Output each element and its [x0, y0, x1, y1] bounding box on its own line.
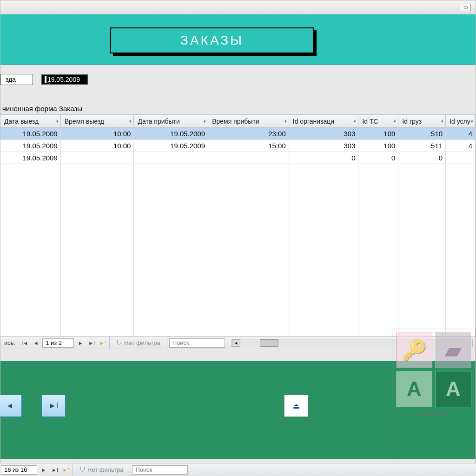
- minimize-button[interactable]: ▭: [460, 4, 471, 11]
- subform-search-input[interactable]: [169, 338, 225, 348]
- table-cell[interactable]: 19.05.2009: [0, 128, 61, 139]
- table-cell[interactable]: 0: [358, 152, 398, 164]
- table-cell[interactable]: 0: [398, 152, 446, 164]
- form-window: ▭ ЗАКАЗЫ зда 19.05.2009 чиненная форма З…: [0, 0, 476, 476]
- exit-button[interactable]: ⏏: [284, 395, 308, 417]
- new-record-button[interactable]: ►*: [98, 338, 107, 348]
- titlebar: ▭: [0, 0, 476, 14]
- last-record-button[interactable]: ►I: [87, 338, 96, 348]
- nav-last-button[interactable]: ►I: [41, 395, 66, 417]
- table-cell[interactable]: 19.05.2009: [134, 140, 208, 152]
- exit-icon: ⏏: [293, 402, 300, 410]
- table-cell[interactable]: 10:00: [61, 140, 134, 152]
- table-cell[interactable]: 0: [289, 152, 359, 164]
- departure-date-value: 19.05.2009: [47, 76, 80, 83]
- column-header[interactable]: Дата прибыти▾: [134, 115, 208, 127]
- main-next-record-button[interactable]: ►: [39, 465, 48, 475]
- main-filter-indicator[interactable]: ⛉ Нет фильтра: [73, 463, 130, 476]
- scroll-left-button[interactable]: ◄: [232, 339, 240, 347]
- main-record-navigator: ► ►I ►* ⛉ Нет фильтра: [0, 463, 476, 476]
- main-new-record-button[interactable]: ►*: [61, 465, 71, 475]
- access-a-icon: A: [396, 371, 432, 407]
- table-cell[interactable]: 511: [398, 140, 446, 152]
- table-cell[interactable]: 109: [358, 128, 398, 139]
- column-dropdown-icon[interactable]: ▾: [471, 119, 473, 124]
- table-cell[interactable]: 303: [289, 140, 359, 152]
- table-row[interactable]: 19.05.200910:0019.05.200923:003031095104: [0, 128, 476, 140]
- datagrid-header: Дата выезд▾Время выезд▾Дата прибыти▾Врем…: [0, 115, 476, 128]
- table-cell[interactable]: 303: [289, 128, 359, 139]
- table-row[interactable]: 19.05.200910:0019.05.200915:003031005114: [0, 140, 476, 152]
- column-dropdown-icon[interactable]: ▾: [441, 119, 443, 124]
- table-cell[interactable]: 19.05.2009: [134, 128, 208, 139]
- access-a2-icon: A: [435, 371, 471, 407]
- column-header[interactable]: Id груз▾: [398, 115, 446, 127]
- column-header[interactable]: Время выезд▾: [61, 115, 134, 127]
- main-filter-state-label: Нет фильтра: [87, 466, 123, 473]
- main-record-position-input[interactable]: [1, 465, 37, 475]
- table-cell[interactable]: [61, 152, 134, 164]
- record-position-input[interactable]: [42, 338, 74, 348]
- column-dropdown-icon[interactable]: ▾: [56, 119, 59, 124]
- watermark-text: accesshe: [418, 410, 449, 417]
- table-cell[interactable]: 4: [446, 140, 476, 152]
- form-title: ЗАКАЗЫ: [110, 27, 314, 53]
- datagrid-body: 19.05.200910:0019.05.200923:003031095104…: [0, 128, 476, 164]
- access-db-icon: ▰: [435, 332, 471, 368]
- prev-record-button[interactable]: ◄: [31, 338, 40, 348]
- table-cell[interactable]: 10:00: [61, 128, 134, 139]
- watermark: 🔑 ▰ A A accesshe: [392, 329, 476, 463]
- nav-prev-button[interactable]: ◄: [0, 395, 22, 417]
- departure-date-field[interactable]: 19.05.2009: [41, 74, 88, 85]
- filter-state-label: Нет фильтра: [124, 339, 160, 346]
- first-record-button[interactable]: I◄: [20, 338, 29, 348]
- table-cell[interactable]: 4: [446, 128, 476, 139]
- column-dropdown-icon[interactable]: ▾: [204, 119, 206, 124]
- main-last-record-button[interactable]: ►I: [50, 465, 60, 475]
- table-cell[interactable]: 510: [398, 128, 446, 139]
- column-header[interactable]: Id организаци▾: [289, 115, 359, 127]
- table-cell[interactable]: [208, 152, 289, 164]
- table-cell[interactable]: 23:00: [208, 128, 289, 139]
- table-cell[interactable]: [134, 152, 208, 164]
- funnel-icon: ⛉: [116, 339, 122, 346]
- record-label: ись:: [1, 339, 18, 346]
- form-footer: ◄ ►I ⏏ 🔑 ▰ A A accesshe: [0, 361, 476, 459]
- column-dropdown-icon[interactable]: ▾: [129, 119, 132, 124]
- column-header[interactable]: Время прибыти▾: [208, 115, 289, 127]
- table-cell[interactable]: 100: [358, 140, 398, 152]
- datagrid-empty-area: [0, 164, 476, 336]
- access-key-icon: 🔑: [396, 332, 432, 368]
- column-dropdown-icon[interactable]: ▾: [394, 119, 396, 124]
- funnel-icon: ⛉: [79, 466, 86, 473]
- filter-indicator[interactable]: ⛉ Нет фильтра: [109, 337, 167, 349]
- column-header[interactable]: Id ТС▾: [358, 115, 398, 127]
- column-dropdown-icon[interactable]: ▾: [284, 119, 287, 124]
- column-header[interactable]: Id услу▾: [446, 115, 476, 127]
- scroll-thumb[interactable]: [260, 339, 278, 347]
- table-cell[interactable]: 19.05.2009: [0, 152, 61, 164]
- next-record-button[interactable]: ►: [76, 338, 85, 348]
- subform-caption: чиненная форма Заказы: [0, 104, 476, 114]
- table-row[interactable]: 19.05.2009000: [0, 152, 476, 164]
- filter-label: зда: [0, 74, 33, 85]
- column-dropdown-icon[interactable]: ▾: [354, 119, 356, 124]
- filter-row: зда 19.05.2009: [0, 65, 476, 104]
- orders-datagrid[interactable]: Дата выезд▾Время выезд▾Дата прибыти▾Врем…: [0, 114, 476, 349]
- form-header: ЗАКАЗЫ: [0, 14, 476, 65]
- table-cell[interactable]: 19.05.2009: [0, 140, 61, 152]
- table-cell[interactable]: 15:00: [208, 140, 289, 152]
- column-header[interactable]: Дата выезд▾: [0, 115, 61, 127]
- main-search-input[interactable]: [132, 465, 188, 475]
- table-cell[interactable]: [446, 152, 476, 164]
